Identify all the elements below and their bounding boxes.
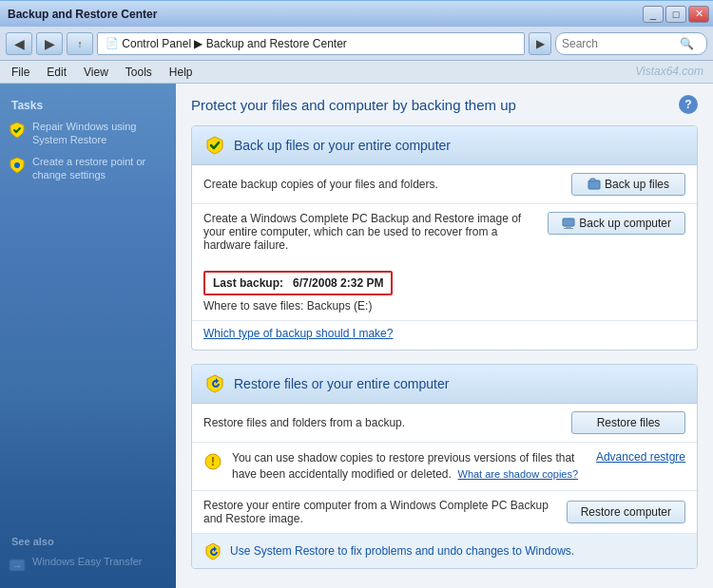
svg-text:→: → bbox=[12, 560, 22, 571]
back-button[interactable]: ◀ bbox=[6, 32, 32, 55]
menu-edit[interactable]: Edit bbox=[39, 64, 74, 81]
backup-section-title: Back up files or your entire computer bbox=[234, 138, 451, 153]
restore-section-title: Restore files or your entire computer bbox=[234, 376, 449, 391]
sidebar-item-repair[interactable]: Repair Windows using System Restore bbox=[0, 116, 176, 151]
window-title: Backup and Restore Center bbox=[8, 8, 157, 21]
restore-computer-row: Restore your entire computer from a Wind… bbox=[192, 491, 697, 534]
backup-info-box: Last backup: 6/7/2008 2:32 PM bbox=[203, 271, 393, 295]
svg-rect-5 bbox=[563, 218, 574, 226]
address-path[interactable]: 📄 Control Panel ▶ Backup and Restore Cen… bbox=[97, 32, 525, 55]
last-backup-value: 6/7/2008 2:32 PM bbox=[293, 276, 383, 290]
maximize-button[interactable]: □ bbox=[665, 6, 686, 23]
backup-files-row: Create backup copies of your files and f… bbox=[192, 165, 697, 204]
backup-files-text: Create backup copies of your files and f… bbox=[203, 178, 562, 191]
shadow-text: You can use shadow copies to restore pre… bbox=[232, 450, 587, 483]
backup-header-icon bbox=[203, 134, 226, 157]
up-button[interactable]: ↑ bbox=[67, 32, 93, 55]
restore-computer-button[interactable]: Restore computer bbox=[567, 501, 685, 523]
page-title: Protect your files and computer by backi… bbox=[191, 97, 516, 113]
search-icon: 🔍 bbox=[680, 37, 694, 50]
menu-view[interactable]: View bbox=[76, 64, 116, 81]
minimize-button[interactable]: _ bbox=[643, 6, 664, 23]
restore-header-icon bbox=[203, 372, 226, 395]
content-area: Protect your files and computer by backi… bbox=[176, 84, 713, 588]
menu-file[interactable]: File bbox=[4, 64, 37, 81]
sidebar-easy-transfer-label: Windows Easy Transfer bbox=[32, 555, 143, 568]
window-controls[interactable]: _ □ ✕ bbox=[643, 6, 709, 23]
svg-rect-6 bbox=[566, 226, 571, 228]
menu-help[interactable]: Help bbox=[162, 64, 201, 81]
tasks-label: Tasks bbox=[0, 93, 176, 116]
backup-computer-icon bbox=[562, 217, 575, 230]
address-go-button[interactable]: ▶ bbox=[529, 32, 551, 55]
backup-files-icon bbox=[588, 178, 601, 191]
restore-files-button[interactable]: Restore files bbox=[571, 411, 685, 434]
transfer-icon: → bbox=[8, 556, 27, 575]
shield-icon-1 bbox=[8, 121, 27, 140]
shadow-icon: ! bbox=[203, 452, 222, 471]
main-container: Tasks Repair Windows using System Restor… bbox=[0, 84, 713, 588]
system-restore-text[interactable]: Use System Restore to fix problems and u… bbox=[230, 544, 574, 558]
shadow-copies-row: ! You can use shadow copies to restore p… bbox=[192, 443, 697, 491]
backup-computer-row: Create a Windows Complete PC Backup and … bbox=[192, 204, 697, 321]
title-bar: Backup and Restore Center _ □ ✕ bbox=[0, 0, 713, 27]
page-title-row: Protect your files and computer by backi… bbox=[191, 95, 698, 114]
sidebar: Tasks Repair Windows using System Restor… bbox=[0, 84, 176, 588]
svg-rect-4 bbox=[590, 179, 595, 181]
sidebar-repair-label: Repair Windows using System Restore bbox=[32, 120, 166, 147]
svg-rect-7 bbox=[564, 228, 573, 229]
restore-files-text: Restore files and folders from a backup. bbox=[203, 416, 562, 429]
system-restore-row: Use System Restore to fix problems and u… bbox=[192, 534, 697, 568]
see-also-label: See also bbox=[0, 530, 176, 551]
system-restore-icon bbox=[203, 541, 222, 560]
sidebar-item-easy-transfer[interactable]: → Windows Easy Transfer bbox=[0, 551, 176, 579]
backup-where: Where to save files: Backups (E:) bbox=[203, 299, 393, 313]
restore-computer-text: Restore your entire computer from a Wind… bbox=[203, 499, 557, 525]
menu-tools[interactable]: Tools bbox=[118, 64, 160, 81]
close-button[interactable]: ✕ bbox=[688, 6, 709, 23]
last-backup-label: Last backup: bbox=[213, 276, 283, 290]
help-icon[interactable]: ? bbox=[679, 95, 698, 114]
search-input[interactable] bbox=[562, 37, 676, 50]
restore-files-row: Restore files and folders from a backup.… bbox=[192, 404, 697, 443]
svg-point-0 bbox=[14, 162, 20, 168]
backup-section-header: Back up files or your entire computer bbox=[192, 126, 697, 165]
backup-computer-button[interactable]: Back up computer bbox=[548, 212, 685, 235]
address-bar: ◀ ▶ ↑ 📄 Control Panel ▶ Backup and Resto… bbox=[0, 27, 713, 61]
backup-computer-text: Create a Windows Complete PC Backup and … bbox=[203, 212, 538, 252]
restore-section-header: Restore files or your entire computer bbox=[192, 365, 697, 404]
shield-icon-2 bbox=[8, 156, 27, 175]
backup-section: Back up files or your entire computer Cr… bbox=[191, 125, 698, 351]
advanced-restore-link[interactable]: Advanced restgre bbox=[596, 450, 685, 464]
which-type-row: Which type of backup should I make? bbox=[192, 321, 697, 350]
forward-button[interactable]: ▶ bbox=[36, 32, 63, 55]
svg-text:!: ! bbox=[211, 454, 215, 468]
menu-bar: File Edit View Tools Help Vistax64.com bbox=[0, 61, 713, 84]
restore-section: Restore files or your entire computer Re… bbox=[191, 364, 698, 569]
search-box[interactable]: 🔍 bbox=[555, 32, 707, 55]
sidebar-restore-label: Create a restore point or change setting… bbox=[32, 155, 166, 182]
backup-files-button[interactable]: Back up files bbox=[571, 173, 685, 196]
shadow-copies-link[interactable]: What are shadow copies? bbox=[458, 468, 579, 480]
sidebar-item-restore-point[interactable]: Create a restore point or change setting… bbox=[0, 151, 176, 186]
watermark: Vistax64.com bbox=[635, 65, 703, 78]
which-type-link[interactable]: Which type of backup should I make? bbox=[203, 327, 393, 340]
